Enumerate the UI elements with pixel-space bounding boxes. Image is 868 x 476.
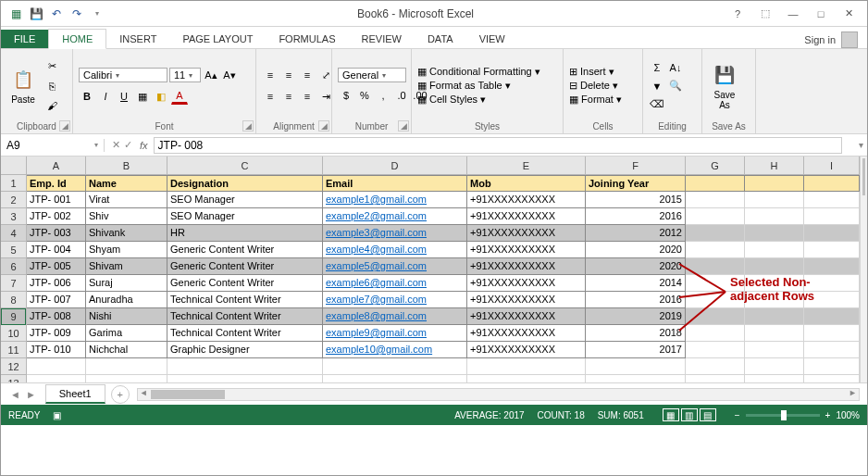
cell[interactable] xyxy=(745,242,804,258)
cell[interactable]: +91XXXXXXXXXX xyxy=(467,192,586,208)
cell[interactable]: Emp. Id xyxy=(27,175,86,192)
zoom-control[interactable]: − + 100% xyxy=(735,410,860,420)
cell[interactable] xyxy=(323,375,467,382)
zoom-slider[interactable] xyxy=(746,414,820,417)
cell[interactable] xyxy=(686,258,745,275)
cell[interactable]: +91XXXXXXXXXX xyxy=(467,208,586,225)
column-header-A[interactable]: A xyxy=(27,157,86,174)
fill-icon[interactable]: ▼ xyxy=(649,78,665,94)
column-header-I[interactable]: I xyxy=(804,157,860,174)
cell[interactable]: Shivank xyxy=(86,225,167,242)
view-normal-icon[interactable]: ▦ xyxy=(663,408,679,421)
cell[interactable] xyxy=(804,325,860,342)
undo-icon[interactable]: ↶ xyxy=(47,5,66,23)
paste-button[interactable]: 📋Paste xyxy=(6,65,40,106)
row-header-10[interactable]: 10 xyxy=(1,325,26,342)
cell[interactable] xyxy=(167,358,323,375)
row-header-4[interactable]: 4 xyxy=(1,225,26,242)
cell[interactable]: Nishi xyxy=(86,308,167,325)
cell[interactable]: JTP- 003 xyxy=(27,225,86,242)
grow-font-icon[interactable]: A▴ xyxy=(203,67,219,83)
comma-icon[interactable]: , xyxy=(375,87,391,104)
format-as-table-button[interactable]: ▦ Format as Table ▾ xyxy=(417,80,540,92)
column-header-F[interactable]: F xyxy=(586,157,686,174)
cell[interactable]: example4@gmail.com xyxy=(323,242,467,258)
row-header-1[interactable]: 1 xyxy=(1,175,26,192)
align-mid-icon[interactable]: ≡ xyxy=(280,67,297,83)
cell[interactable]: Shiv xyxy=(86,208,167,225)
currency-icon[interactable]: $ xyxy=(338,87,354,104)
cell[interactable]: +91XXXXXXXXXX xyxy=(467,225,586,242)
column-header-C[interactable]: C xyxy=(167,157,323,174)
save-icon[interactable]: 💾 xyxy=(27,5,45,23)
cell[interactable]: 2018 xyxy=(586,325,686,342)
cell[interactable] xyxy=(804,242,860,258)
cell[interactable]: JTP- 010 xyxy=(27,342,86,358)
cell[interactable]: Anuradha xyxy=(86,292,167,308)
cell[interactable] xyxy=(467,375,586,382)
cell[interactable]: example10@gmail.com xyxy=(323,342,467,358)
cell[interactable]: 2020 xyxy=(586,242,686,258)
cell[interactable] xyxy=(804,375,860,382)
conditional-formatting-button[interactable]: ▦ Conditional Formatting ▾ xyxy=(417,66,540,78)
row-header-2[interactable]: 2 xyxy=(1,192,26,208)
font-launcher-icon[interactable]: ◢ xyxy=(242,120,254,132)
row-header-7[interactable]: 7 xyxy=(1,275,26,292)
cell[interactable] xyxy=(686,308,745,325)
enter-formula-icon[interactable]: ✓ xyxy=(124,139,132,151)
cell[interactable]: example7@gmail.com xyxy=(323,292,467,308)
format-painter-icon[interactable]: 🖌 xyxy=(43,97,60,114)
cell[interactable]: 2016 xyxy=(586,208,686,225)
column-header-E[interactable]: E xyxy=(467,157,586,174)
sheet-nav-prev-icon[interactable]: ◄ xyxy=(10,389,20,400)
clear-icon[interactable]: ⌫ xyxy=(649,96,665,113)
column-header-B[interactable]: B xyxy=(86,157,167,174)
cell[interactable]: Virat xyxy=(86,192,167,208)
tab-review[interactable]: REVIEW xyxy=(349,30,415,48)
tab-file[interactable]: FILE xyxy=(1,30,48,48)
cell[interactable] xyxy=(86,375,167,382)
save-as-button[interactable]: 💾Save As xyxy=(708,60,741,112)
cell[interactable]: 2012 xyxy=(586,225,686,242)
row-header-8[interactable]: 8 xyxy=(1,292,26,308)
cell[interactable]: Shyam xyxy=(86,242,167,258)
tab-pagelayout[interactable]: PAGE LAYOUT xyxy=(169,30,266,48)
cell[interactable] xyxy=(804,225,860,242)
cell[interactable] xyxy=(686,375,745,382)
minimize-icon[interactable]: — xyxy=(780,5,806,23)
help-icon[interactable]: ? xyxy=(725,5,750,23)
cell[interactable]: +91XXXXXXXXXX xyxy=(467,308,586,325)
bold-icon[interactable]: B xyxy=(79,88,95,105)
cell[interactable]: Shivam xyxy=(86,258,167,275)
cell[interactable]: Designation xyxy=(167,175,323,192)
cell[interactable] xyxy=(745,208,804,225)
tab-data[interactable]: DATA xyxy=(415,30,466,48)
macro-record-icon[interactable]: ▣ xyxy=(53,410,61,420)
autosum-icon[interactable]: Σ xyxy=(649,59,665,76)
cell[interactable]: Garima xyxy=(86,325,167,342)
cell[interactable]: HR xyxy=(167,225,323,242)
sheet-nav-next-icon[interactable]: ► xyxy=(26,389,36,400)
select-all-corner[interactable] xyxy=(1,157,27,175)
cell[interactable]: +91XXXXXXXXXX xyxy=(467,258,586,275)
cell[interactable]: Technical Content Writer xyxy=(167,308,323,325)
cell[interactable] xyxy=(686,208,745,225)
cut-icon[interactable]: ✂ xyxy=(43,58,60,75)
cell[interactable]: example9@gmail.com xyxy=(323,325,467,342)
cell[interactable]: JTP- 008 xyxy=(27,308,86,325)
alignment-launcher-icon[interactable]: ◢ xyxy=(318,120,329,132)
hscroll-thumb[interactable] xyxy=(151,390,225,399)
excel-icon[interactable]: ▦ xyxy=(6,5,25,23)
cell[interactable]: JTP- 001 xyxy=(27,192,86,208)
align-center-icon[interactable]: ≡ xyxy=(280,88,297,105)
cell[interactable]: example1@gmail.com xyxy=(323,192,467,208)
cell[interactable] xyxy=(586,358,686,375)
insert-cells-button[interactable]: ⊞ Insert ▾ xyxy=(569,66,622,78)
cell[interactable] xyxy=(804,342,860,358)
row-header-5[interactable]: 5 xyxy=(1,242,26,258)
cell[interactable] xyxy=(745,258,804,275)
tab-formulas[interactable]: FORMULAS xyxy=(266,30,348,48)
row-header-11[interactable]: 11 xyxy=(1,342,26,358)
row-header-13[interactable]: 13 xyxy=(1,375,26,382)
align-bot-icon[interactable]: ≡ xyxy=(299,67,316,83)
